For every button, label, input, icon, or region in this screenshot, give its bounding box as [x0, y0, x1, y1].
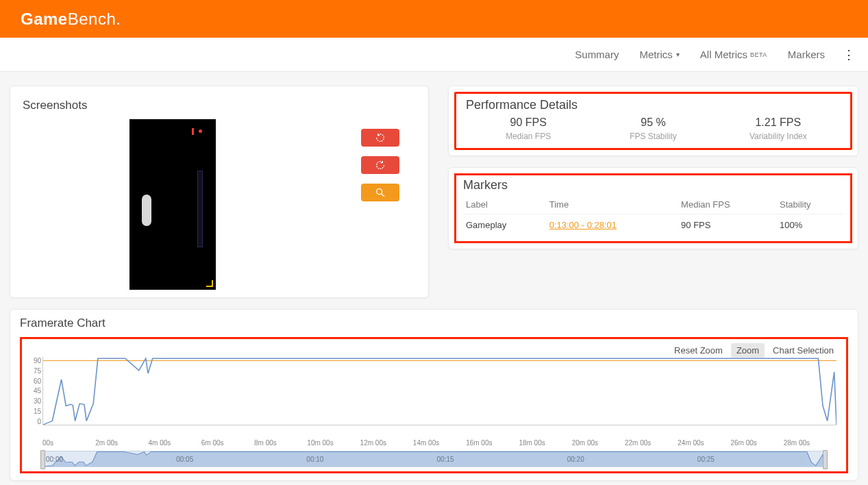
x-tick: 14m 00s — [413, 439, 466, 447]
brand-dot: . — [116, 10, 121, 28]
marker-stability: 100% — [777, 214, 843, 236]
rotate-cw-icon — [375, 160, 386, 171]
performance-card: Performance Details 90 FPSMedian FPS95 %… — [448, 86, 858, 156]
performance-value: 1.21 FPS — [716, 116, 841, 129]
y-tick: 75 — [26, 367, 41, 375]
y-tick: 90 — [26, 357, 41, 364]
svg-line-1 — [382, 194, 384, 197]
y-tick: 0 — [26, 418, 41, 425]
x-tick: 8m 00s — [254, 439, 307, 447]
app-header: GameBench. — [0, 0, 868, 38]
y-tick: 15 — [26, 408, 41, 415]
x-tick: 00s — [42, 439, 95, 447]
x-tick: 12m 00s — [360, 439, 413, 447]
marker-label: Gameplay — [463, 214, 547, 236]
screenshots-card: Screenshots — [10, 86, 429, 298]
x-tick: 28m 00s — [784, 439, 836, 447]
overview-tick: 00:15 — [434, 456, 565, 463]
markers-title: Markers — [463, 178, 843, 192]
performance-label: FPS Stability — [591, 132, 715, 141]
svg-point-0 — [377, 189, 382, 195]
rotate-ccw-icon — [375, 132, 386, 143]
markers-col-median: Median FPS — [678, 195, 777, 214]
marker-time-link[interactable]: 0:13:00 - 0:28:01 — [549, 220, 617, 230]
screenshot-thumbnail[interactable] — [129, 119, 216, 290]
x-tick: 18m 00s — [519, 439, 571, 447]
magnify-icon — [375, 187, 386, 198]
performance-value: 95 % — [591, 116, 715, 129]
y-tick: 60 — [26, 377, 41, 385]
caret-down-icon: ▾ — [676, 51, 680, 58]
markers-col-label: Label — [463, 195, 547, 214]
x-tick: 6m 00s — [201, 439, 254, 447]
overview-tick: 00:20 — [565, 456, 695, 463]
table-row: Gameplay0:13:00 - 0:28:0190 FPS100% — [463, 214, 843, 236]
x-tick: 24m 00s — [678, 439, 730, 447]
nav-metrics[interactable]: Metrics ▾ — [629, 49, 689, 60]
nav-markers[interactable]: Markers — [778, 49, 835, 60]
chart-y-axis: 9075604530150 — [26, 357, 42, 425]
brand-light: Bench — [68, 10, 116, 28]
marker-median: 90 FPS — [678, 214, 777, 236]
overview-strip[interactable]: 00:0000:0500:1000:1500:2000:25 — [42, 451, 826, 467]
markers-table: Label Time Median FPS Stability Gameplay… — [463, 195, 843, 236]
overview-tick: 00:25 — [695, 456, 825, 463]
markers-col-stability: Stability — [777, 195, 843, 214]
x-tick: 4m 00s — [149, 439, 201, 447]
performance-label: Variability Index — [716, 132, 841, 141]
y-tick: 30 — [26, 397, 41, 405]
performance-cell: 1.21 FPSVariability Index — [716, 116, 841, 141]
performance-cell: 90 FPSMedian FPS — [466, 116, 591, 141]
brand-bold: Game — [21, 10, 68, 28]
nav-bar: Summary Metrics ▾ All Metrics BETA Marke… — [0, 38, 868, 72]
zoom-button[interactable] — [361, 184, 399, 201]
overview-tick: 00:05 — [173, 456, 303, 463]
nav-summary[interactable]: Summary — [565, 49, 629, 60]
performance-label: Median FPS — [466, 132, 591, 141]
performance-value: 90 FPS — [466, 116, 591, 129]
nav-metrics-label: Metrics — [639, 49, 672, 60]
zoom-mode-button[interactable]: Zoom — [731, 343, 765, 358]
x-tick: 22m 00s — [625, 439, 678, 447]
x-tick: 20m 00s — [572, 439, 625, 447]
y-tick: 45 — [26, 387, 41, 395]
x-tick: 2m 00s — [95, 439, 148, 447]
framerate-title: Framerate Chart — [20, 316, 848, 330]
framerate-plot[interactable] — [42, 357, 836, 425]
overview-tick: 00:00 — [43, 456, 173, 463]
x-tick: 26m 00s — [730, 439, 783, 447]
overview-tick: 00:10 — [303, 456, 434, 463]
performance-title: Performance Details — [466, 98, 841, 112]
markers-card: Markers Label Time Median FPS Stability … — [448, 167, 858, 249]
chart-x-axis: 00s2m 00s4m 00s6m 00s8m 00s10m 00s12m 00… — [42, 439, 836, 447]
nav-all-metrics[interactable]: All Metrics BETA — [690, 49, 778, 60]
framerate-card: Framerate Chart Reset Zoom Zoom Chart Se… — [10, 309, 858, 481]
nav-all-metrics-label: All Metrics — [700, 49, 747, 60]
markers-col-time: Time — [547, 195, 678, 214]
rotate-cw-button[interactable] — [361, 156, 399, 174]
brand-logo: GameBench. — [21, 10, 121, 29]
more-menu-icon[interactable]: ⋮ — [841, 47, 857, 62]
chart-selection-button[interactable]: Chart Selection — [767, 343, 839, 358]
screenshots-title: Screenshots — [23, 99, 416, 112]
beta-badge: BETA — [750, 51, 767, 58]
reset-zoom-button[interactable]: Reset Zoom — [669, 343, 728, 358]
x-tick: 10m 00s — [307, 439, 360, 447]
performance-cell: 95 %FPS Stability — [591, 116, 715, 141]
x-tick: 16m 00s — [466, 439, 519, 447]
rotate-ccw-button[interactable] — [361, 129, 399, 147]
